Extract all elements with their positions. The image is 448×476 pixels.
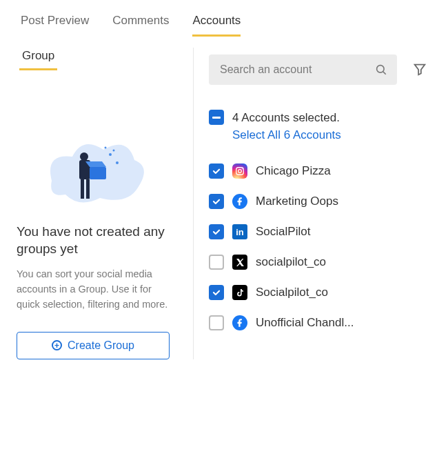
accounts-list: 4 Accounts selected. Select All 6 Accoun… [209,110,427,338]
account-row: Unofficial Chandl... [209,308,427,338]
selection-summary-block: 4 Accounts selected. Select All 6 Accoun… [232,110,341,143]
instagram-icon [232,163,247,179]
select-all-link[interactable]: Select All 6 Accounts [232,128,341,141]
svg-rect-2 [81,179,84,199]
search-input[interactable] [218,63,375,77]
account-name: SocialPilot [256,225,310,239]
svg-point-12 [238,170,242,173]
account-checkbox[interactable] [209,315,224,330]
account-checkbox[interactable] [209,224,224,239]
filter-icon[interactable] [412,62,427,77]
search-icon [375,63,387,76]
subtab-group[interactable]: Group [19,48,57,70]
account-row: Socialpilot_co [209,277,427,308]
empty-illustration [14,132,179,211]
select-all-checkbox[interactable] [209,110,224,125]
linkedin-icon: in [232,224,247,239]
svg-point-9 [377,66,385,73]
account-row: Marketing Oops [209,186,427,217]
svg-rect-4 [90,167,106,179]
account-checkbox[interactable] [209,255,224,270]
svg-point-8 [113,150,115,152]
create-group-label: Create Group [68,339,134,352]
account-row: inSocialPilot [209,217,427,247]
account-name: Unofficial Chandl... [256,316,354,330]
svg-point-7 [105,147,107,149]
svg-line-10 [383,72,386,75]
account-name: Chicago Pizza [256,164,331,178]
tab-comments[interactable]: Comments [112,14,169,37]
svg-point-13 [242,168,243,169]
tiktok-icon [232,285,247,300]
facebook-icon [232,194,247,209]
x-icon [232,255,247,270]
empty-title: You have not created any groups yet [17,224,176,257]
svg-rect-11 [236,168,244,175]
account-row: socialpilot_co [209,247,427,277]
create-group-button[interactable]: + Create Group [17,332,170,359]
selection-summary: 4 Accounts selected. [232,111,340,124]
account-name: Marketing Oops [256,195,338,208]
search-box[interactable] [209,54,397,85]
plus-icon: + [52,340,62,350]
svg-point-0 [80,152,88,161]
svg-point-6 [116,161,119,164]
account-checkbox[interactable] [209,163,224,179]
empty-description: You can sort your social media accounts … [17,267,176,312]
tabs: Post Preview Comments Accounts [0,0,448,37]
tab-accounts[interactable]: Accounts [192,14,241,37]
account-checkbox[interactable] [209,194,224,209]
tab-post-preview[interactable]: Post Preview [21,14,89,37]
account-checkbox[interactable] [209,285,224,300]
account-name: socialpilot_co [256,255,326,269]
svg-rect-3 [86,179,90,199]
svg-point-5 [109,153,112,156]
facebook-icon [232,315,247,330]
account-name: Socialpilot_co [256,286,328,299]
account-row: Chicago Pizza [209,156,427,186]
